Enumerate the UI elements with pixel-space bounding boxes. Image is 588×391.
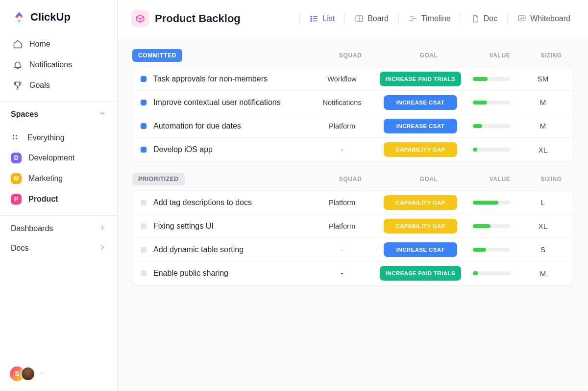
svg-point-8 <box>311 21 312 22</box>
view-whiteboard[interactable]: Whiteboard <box>512 11 576 26</box>
view-separator <box>507 13 508 24</box>
task-squad: Platform <box>305 122 379 130</box>
task-row[interactable]: Add tag descriptions to docs Platform CA… <box>133 191 573 214</box>
doc-icon <box>471 14 480 23</box>
space-everything[interactable]: Everything <box>4 128 113 148</box>
dashboards-header[interactable]: Dashboards <box>0 215 117 240</box>
space-product[interactable]: P Product <box>4 189 113 209</box>
status-pill[interactable]: PRIORITIZED <box>132 173 185 185</box>
task-row[interactable]: Develop iOS app - CAPABILITY GAP XL <box>133 138 573 161</box>
task-goal[interactable]: CAPABILITY GAP <box>384 219 457 234</box>
nav-goals-label: Goals <box>29 81 50 90</box>
view-timeline[interactable]: Timeline <box>403 11 457 26</box>
view-separator <box>461 13 461 24</box>
view-separator <box>299 13 300 24</box>
task-row[interactable]: Add dynamic table sorting - INCREASE CSA… <box>133 238 573 261</box>
task-status-icon[interactable] <box>141 76 147 82</box>
task-name: Task approvals for non-members <box>153 75 268 83</box>
space-marketing[interactable]: M Marketing <box>4 168 113 189</box>
task-status-icon[interactable] <box>141 123 147 129</box>
view-label: Whiteboard <box>530 14 570 23</box>
space-badge-development: D <box>11 153 22 163</box>
task-name: Enable public sharing <box>153 269 228 278</box>
chevron-down-icon <box>98 109 106 119</box>
nav-goals[interactable]: Goals <box>4 76 113 95</box>
chevron-down-icon <box>39 369 45 378</box>
view-board[interactable]: Board <box>349 11 394 26</box>
col-head-value: VALUE <box>470 52 529 59</box>
space-badge-product: P <box>11 194 22 205</box>
group-head: PRIORITIZED SQUAD GOAL VALUE SIZING <box>132 162 573 190</box>
space-development-label: Development <box>28 154 74 162</box>
space-product-label: Product <box>28 195 58 204</box>
task-goal[interactable]: INCREASE CSAT <box>384 242 457 257</box>
chevron-right-icon <box>98 224 106 234</box>
task-squad: - <box>305 146 379 154</box>
task-sizing: L <box>521 198 565 207</box>
task-value-bar <box>473 201 510 205</box>
space-marketing-label: Marketing <box>28 174 63 183</box>
docs-header[interactable]: Docs <box>0 240 117 260</box>
nav-notifications-label: Notifications <box>29 60 72 69</box>
task-row[interactable]: Fixing settings UI Platform CAPABILITY G… <box>133 214 573 238</box>
user-avatars[interactable]: S <box>10 366 107 381</box>
nav-home[interactable]: Home <box>4 34 113 54</box>
space-development[interactable]: D Development <box>4 148 113 168</box>
task-row[interactable]: Automation for due dates Platform INCREA… <box>133 114 573 138</box>
sidebar-footer: S <box>0 360 117 391</box>
task-goal[interactable]: INCREASE PAID TRIALS <box>380 266 461 281</box>
timeline-icon <box>409 14 417 23</box>
view-separator <box>398 13 399 24</box>
task-value-fill <box>473 101 487 104</box>
view-doc[interactable]: Doc <box>465 11 503 26</box>
task-value-fill <box>473 248 486 252</box>
task-goal[interactable]: CAPABILITY GAP <box>384 142 457 157</box>
group-head: COMMITTED SQUAD GOAL VALUE SIZING <box>132 38 573 67</box>
status-pill[interactable]: COMMITTED <box>132 49 182 62</box>
spaces-header[interactable]: Spaces <box>0 101 117 126</box>
whiteboard-icon <box>517 14 526 23</box>
view-label: List <box>322 14 335 23</box>
task-name: Add dynamic table sorting <box>153 245 244 254</box>
col-head-goal: GOAL <box>387 176 470 182</box>
task-goal[interactable]: INCREASE CSAT <box>384 119 457 133</box>
task-status-icon[interactable] <box>141 147 147 153</box>
task-sizing: M <box>521 98 565 106</box>
view-label: Doc <box>484 14 497 23</box>
task-name: Develop iOS app <box>153 145 213 154</box>
task-status-icon[interactable] <box>141 200 147 206</box>
task-goal[interactable]: INCREASE CSAT <box>384 95 457 110</box>
svg-point-0 <box>13 135 14 136</box>
bell-icon <box>13 60 23 70</box>
content: COMMITTED SQUAD GOAL VALUE SIZING Task a… <box>118 38 588 391</box>
chevron-right-icon <box>98 243 106 253</box>
svg-point-1 <box>16 135 17 136</box>
task-value-fill <box>473 124 482 128</box>
task-value-fill <box>473 77 488 81</box>
task-status-icon[interactable] <box>141 270 147 276</box>
list-icon <box>310 14 318 23</box>
task-row[interactable]: Task approvals for non-members Workflow … <box>133 67 573 91</box>
page-icon <box>131 10 149 27</box>
topbar: Product Backlog List Board Timeline <box>118 0 588 38</box>
dashboards-title: Dashboards <box>11 224 53 233</box>
view-list[interactable]: List <box>304 11 341 26</box>
task-goal[interactable]: CAPABILITY GAP <box>384 195 457 210</box>
task-value-fill <box>473 224 490 228</box>
brand[interactable]: ClickUp <box>13 11 107 24</box>
task-goal[interactable]: INCREASE PAID TRIALS <box>380 72 461 86</box>
col-head-value: VALUE <box>470 176 529 182</box>
task-row[interactable]: Enable public sharing - INCREASE PAID TR… <box>133 261 573 285</box>
task-value-bar <box>473 101 510 104</box>
task-value-fill <box>473 271 478 275</box>
task-table: Task approvals for non-members Workflow … <box>132 67 573 162</box>
task-row[interactable]: Improve contextual user notifications No… <box>133 91 573 114</box>
task-value-bar <box>473 271 510 275</box>
task-status-icon[interactable] <box>141 223 147 229</box>
nav-notifications[interactable]: Notifications <box>4 55 113 75</box>
task-status-icon[interactable] <box>141 100 147 105</box>
col-head-squad: SQUAD <box>314 52 387 59</box>
nav-home-label: Home <box>29 40 50 49</box>
svg-point-3 <box>16 138 17 139</box>
task-status-icon[interactable] <box>141 247 147 253</box>
